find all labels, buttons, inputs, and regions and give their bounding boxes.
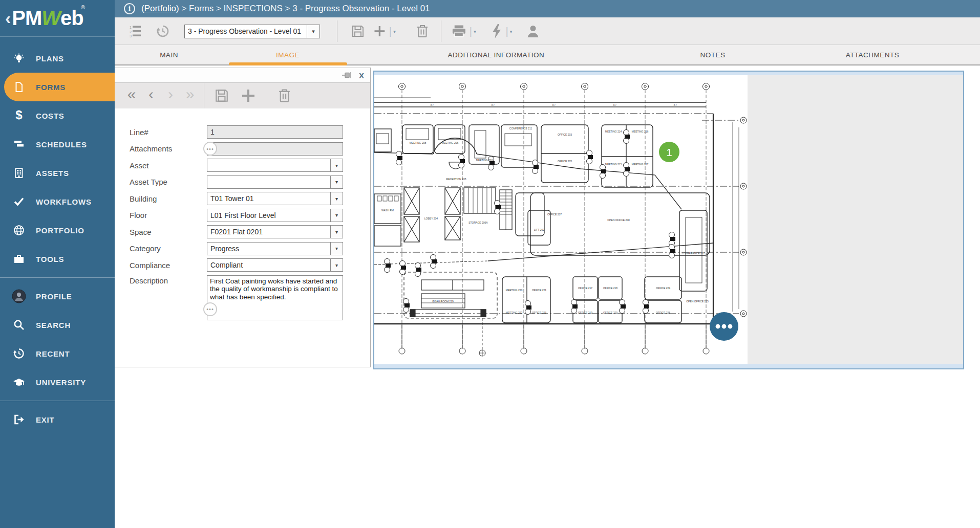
tab-additional-information[interactable]: ADDITIONAL INFORMATION bbox=[448, 45, 545, 64]
chevron-down-icon[interactable]: ▾ bbox=[330, 176, 343, 188]
description-more-button[interactable]: ••• bbox=[203, 302, 217, 316]
room-label: MEETING 210 bbox=[476, 159, 493, 162]
sidebar-item-exit[interactable]: EXIT bbox=[0, 405, 115, 434]
attachments-input bbox=[207, 143, 343, 155]
actions-button[interactable]: | ▾ bbox=[489, 17, 514, 45]
sidebar-item-costs[interactable]: $ COSTS bbox=[0, 101, 115, 130]
record-selector[interactable]: 3 - Progress Observation - Level 01 ▾ bbox=[184, 25, 320, 38]
sidebar-item-label: EXIT bbox=[36, 415, 55, 424]
space-select[interactable]: F0201 Flat 0201 ▾ bbox=[207, 225, 343, 238]
floor-plan-drawing[interactable]: MEETING 208MEETING 206MEETING 210CONFERE… bbox=[374, 75, 748, 364]
add-caret-icon[interactable]: ▾ bbox=[393, 29, 396, 34]
dimension-label: 8.7 bbox=[674, 104, 677, 106]
svg-text:1: 1 bbox=[130, 26, 132, 29]
sidebar-item-label: FORMS bbox=[36, 83, 66, 92]
tab-main[interactable]: MAIN bbox=[160, 45, 178, 64]
chevron-down-icon[interactable]: ▾ bbox=[330, 259, 343, 271]
breadcrumb-path: > Forms > INSPECTIONS > 3 - Progress Obs… bbox=[179, 4, 430, 13]
pmweb-logo[interactable]: ‹ PMWeb ® bbox=[0, 0, 115, 37]
print-split-divider: | bbox=[470, 26, 472, 37]
print-caret-icon[interactable]: ▾ bbox=[474, 29, 476, 34]
actions-caret-icon[interactable]: ▾ bbox=[510, 29, 513, 34]
content-area: X « ‹ › » Line# bbox=[115, 67, 980, 528]
print-button[interactable]: | ▾ bbox=[452, 17, 476, 45]
field-row-asset: Asset ▾ bbox=[115, 159, 370, 172]
building-value: T01 Tower 01 bbox=[207, 192, 330, 205]
pin-icon[interactable] bbox=[342, 72, 352, 81]
sidebar-item-university[interactable]: UNIVERSITY bbox=[0, 368, 115, 397]
breadcrumb: (Portfolio) > Forms > INSPECTIONS > 3 - … bbox=[141, 4, 430, 14]
next-record-button[interactable]: › bbox=[161, 86, 180, 105]
floor-select[interactable]: L01 First Floor Level ▾ bbox=[207, 209, 343, 222]
sidebar-item-schedules[interactable]: SCHEDULES bbox=[0, 130, 115, 159]
category-select[interactable]: Progress ▾ bbox=[207, 242, 343, 255]
observation-marker-1[interactable]: 1 bbox=[659, 142, 679, 162]
user-button[interactable] bbox=[523, 17, 543, 45]
asset-type-select[interactable]: ▾ bbox=[207, 175, 343, 189]
field-row-space: Space F0201 Flat 0201 ▾ bbox=[115, 225, 370, 238]
compliance-value: Compliant bbox=[207, 259, 330, 271]
record-selector-arrow[interactable]: ▾ bbox=[307, 25, 319, 38]
room-label: OFFICE 207 bbox=[547, 213, 562, 216]
room-label: MEETING 215 bbox=[605, 163, 622, 166]
sidebar-item-recent[interactable]: RECENT bbox=[0, 339, 115, 368]
room-label: IBSAH ROOM 219 bbox=[432, 300, 454, 303]
tab-notes[interactable]: NOTES bbox=[700, 45, 725, 64]
sidebar-item-plans[interactable]: PLANS bbox=[0, 44, 115, 73]
last-record-button[interactable]: » bbox=[180, 86, 200, 105]
field-label: Asset bbox=[130, 161, 207, 170]
sidebar-item-workflows[interactable]: WORKFLOWS bbox=[0, 187, 115, 216]
description-field[interactable]: First Coat painting woks have started an… bbox=[207, 275, 343, 320]
prev-record-button[interactable]: ‹ bbox=[141, 86, 161, 105]
svg-text:2: 2 bbox=[130, 30, 132, 34]
building-select[interactable]: T01 Tower 01 ▾ bbox=[207, 192, 343, 205]
panel-save-button[interactable] bbox=[208, 88, 235, 103]
asset-select[interactable]: ▾ bbox=[207, 159, 343, 172]
sidebar-item-portfolio[interactable]: PORTFOLIO bbox=[0, 216, 115, 245]
description-textarea[interactable]: First Coat painting woks have started an… bbox=[207, 276, 343, 320]
sidebar-item-forms[interactable]: FORMS bbox=[4, 73, 115, 101]
numbered-list-icon[interactable]: 123 bbox=[126, 17, 144, 45]
chevron-down-icon[interactable]: ▾ bbox=[330, 159, 343, 171]
grid-bubbles-top bbox=[399, 83, 710, 90]
chevron-down-icon[interactable]: ▾ bbox=[330, 209, 343, 222]
add-button[interactable]: | ▾ bbox=[373, 17, 396, 45]
save-button[interactable] bbox=[348, 17, 368, 45]
first-record-button[interactable]: « bbox=[122, 86, 141, 105]
sidebar-item-assets[interactable]: ASSETS bbox=[0, 159, 115, 187]
tab-image[interactable]: IMAGE bbox=[276, 45, 300, 64]
chevron-down-icon[interactable]: ▾ bbox=[330, 192, 343, 205]
sidebar-item-label: PLANS bbox=[36, 54, 64, 63]
document-icon bbox=[11, 80, 27, 94]
history-restore-icon[interactable] bbox=[154, 17, 172, 45]
breadcrumb-bar: i (Portfolio) > Forms > INSPECTIONS > 3 … bbox=[115, 0, 980, 17]
floor-plan-viewer[interactable]: MEETING 208MEETING 206MEETING 210CONFERE… bbox=[373, 71, 964, 369]
chevron-down-icon[interactable]: ▾ bbox=[330, 226, 343, 238]
close-icon[interactable]: X bbox=[359, 71, 364, 80]
attachments-more-button[interactable]: ••• bbox=[203, 142, 217, 156]
info-icon[interactable]: i bbox=[124, 3, 135, 14]
delete-button[interactable] bbox=[412, 17, 433, 45]
attachments-field bbox=[207, 142, 343, 156]
compliance-select[interactable]: Compliant ▾ bbox=[207, 258, 343, 272]
sidebar-item-profile[interactable]: PROFILE bbox=[0, 282, 115, 311]
chevron-down-icon[interactable]: ▾ bbox=[330, 243, 343, 255]
bars-icon bbox=[11, 138, 27, 151]
dollar-icon: $ bbox=[11, 109, 27, 122]
door-symbol bbox=[396, 151, 403, 165]
sidebar-item-tools[interactable]: TOOLS bbox=[0, 245, 115, 273]
panel-add-button[interactable] bbox=[235, 88, 262, 103]
door-symbol bbox=[643, 300, 650, 314]
panel-delete-button[interactable] bbox=[271, 88, 297, 103]
tab-attachments[interactable]: ATTACHMENTS bbox=[846, 45, 900, 64]
sidebar-item-search[interactable]: SEARCH bbox=[0, 311, 115, 339]
breadcrumb-portfolio-link[interactable]: (Portfolio) bbox=[141, 4, 179, 13]
dimension-label: 8.7 bbox=[552, 104, 556, 106]
svg-text:$: $ bbox=[15, 109, 23, 122]
room-label: OFFICE 220 bbox=[603, 311, 617, 314]
room-label: STORAGE 206A bbox=[468, 221, 488, 224]
door-symbol bbox=[624, 130, 630, 144]
panel-header: X bbox=[115, 68, 370, 83]
plan-more-options-button[interactable] bbox=[710, 312, 738, 341]
field-row-building: Building T01 Tower 01 ▾ bbox=[115, 192, 370, 205]
